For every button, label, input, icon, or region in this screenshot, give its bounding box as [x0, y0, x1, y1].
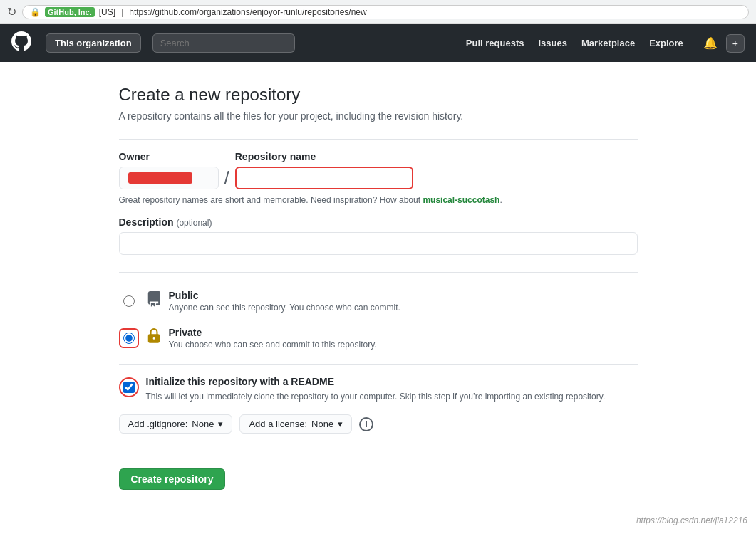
divider-bottom: [119, 451, 638, 451]
public-icon: [146, 291, 162, 311]
private-option: Private You choose who can see and commi…: [119, 324, 638, 352]
nav-marketplace[interactable]: Marketplace: [581, 38, 635, 48]
description-optional: (optional): [176, 218, 212, 228]
notifications-bell-icon[interactable]: 🔔: [703, 36, 718, 50]
reload-icon[interactable]: ↻: [7, 5, 16, 19]
public-desc: Anyone can see this repository. You choo…: [169, 303, 638, 313]
search-input[interactable]: [152, 33, 295, 53]
description-input[interactable]: [119, 232, 638, 255]
create-repository-button[interactable]: Create repository: [119, 468, 226, 490]
hint-text-prefix: Great repository names are short and mem…: [119, 195, 421, 205]
private-label: Private: [169, 327, 638, 338]
url-separator: |: [121, 7, 123, 17]
private-desc: You choose who can see and commit to thi…: [169, 340, 638, 350]
hint-suffix: .: [499, 195, 502, 205]
repo-name-input[interactable]: [235, 167, 413, 189]
url-text: https://github.com/organizations/enjoyor…: [129, 7, 367, 17]
readme-checkbox-wrap[interactable]: [119, 377, 139, 397]
private-radio[interactable]: [123, 333, 135, 344]
public-label: Public: [169, 290, 638, 301]
org-button[interactable]: This organization: [46, 33, 141, 53]
owner-selector[interactable]: [119, 167, 219, 189]
readme-option: Initialize this repository with a README…: [119, 376, 638, 403]
divider-mid2: [119, 364, 638, 365]
page-title: Create a new repository: [119, 85, 638, 105]
visibility-section: Public Anyone can see this repository. Y…: [119, 287, 638, 352]
main-content: Create a new repository A repository con…: [108, 62, 649, 513]
repo-name-label: Repository name: [235, 151, 413, 162]
description-section: Description (optional): [119, 216, 638, 255]
browser-bar: ↻ 🔒 GitHub, Inc. [US] | https://github.c…: [0, 0, 756, 24]
readme-text: Initialize this repository with a README…: [146, 376, 638, 403]
description-label: Description (optional): [119, 216, 638, 228]
gitignore-value: None: [192, 419, 214, 429]
owner-repo-separator: /: [219, 167, 235, 189]
owner-label: Owner: [119, 151, 219, 162]
nav-issues[interactable]: Issues: [538, 38, 566, 48]
private-lock-icon: [146, 328, 162, 348]
divider-top: [119, 139, 638, 140]
license-dropdown[interactable]: Add a license: None ▾: [239, 414, 352, 434]
divider-mid1: [119, 272, 638, 273]
public-text: Public Anyone can see this repository. Y…: [169, 290, 638, 313]
public-option: Public Anyone can see this repository. Y…: [119, 287, 638, 315]
lock-icon: 🔒: [30, 7, 41, 17]
license-chevron-icon: ▾: [338, 419, 343, 429]
dropdown-row: Add .gitignore: None ▾ Add a license: No…: [119, 414, 638, 434]
github-logo-icon[interactable]: [11, 31, 31, 55]
public-radio[interactable]: [123, 295, 135, 307]
readme-label: Initialize this repository with a README: [146, 376, 638, 387]
owner-repo-row: Owner / Repository name: [119, 151, 638, 189]
owner-field-group: Owner: [119, 151, 219, 189]
gitignore-dropdown[interactable]: Add .gitignore: None ▾: [119, 414, 233, 434]
gitignore-chevron-icon: ▾: [218, 419, 223, 429]
nav-explore[interactable]: Explore: [649, 38, 683, 48]
github-nav: This organization Pull requests Issues M…: [0, 24, 756, 62]
private-text: Private You choose who can see and commi…: [169, 327, 638, 350]
url-bar[interactable]: 🔒 GitHub, Inc. [US] | https://github.com…: [22, 5, 749, 19]
repo-name-hint: Great repository names are short and mem…: [119, 195, 638, 205]
submit-section: Create repository: [119, 468, 638, 490]
private-radio-wrap[interactable]: [119, 328, 139, 348]
nav-links: Pull requests Issues Marketplace Explore: [466, 38, 683, 48]
info-icon[interactable]: i: [359, 417, 373, 431]
license-value: None: [311, 419, 333, 429]
owner-value: [128, 172, 192, 184]
nav-actions: 🔔 +: [703, 34, 745, 53]
new-item-button[interactable]: +: [726, 34, 745, 53]
security-badge: [US]: [99, 7, 115, 17]
hint-suggestion-link[interactable]: musical-succotash: [423, 195, 499, 205]
license-label: Add a license:: [249, 419, 307, 429]
nav-pull-requests[interactable]: Pull requests: [466, 38, 524, 48]
readme-checkbox[interactable]: [123, 382, 135, 393]
repo-name-field-group: Repository name: [235, 151, 413, 189]
public-radio-wrap[interactable]: [119, 291, 139, 311]
init-section: Initialize this repository with a README…: [119, 376, 638, 434]
page-subtitle: A repository contains all the files for …: [119, 110, 638, 122]
company-badge: GitHub, Inc.: [45, 7, 95, 17]
gitignore-label: Add .gitignore:: [128, 419, 188, 429]
readme-desc: This will let you immediately clone the …: [146, 390, 638, 403]
